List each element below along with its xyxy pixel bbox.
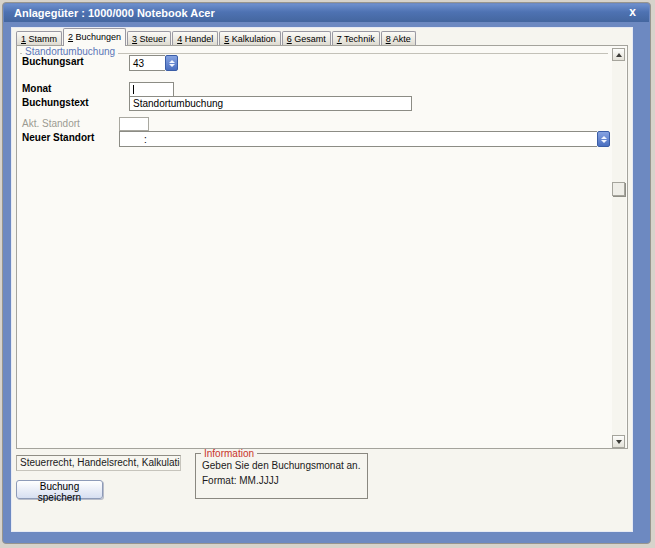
window-title: Anlagegüter : 1000/000 Notebook Acer xyxy=(14,7,215,19)
neuer-standort-spinner-icon[interactable] xyxy=(597,131,610,147)
buchungsart-spinner-icon[interactable] xyxy=(165,55,178,71)
monat-input[interactable] xyxy=(129,82,174,97)
neuer-standort-label: Neuer Standort xyxy=(22,132,94,143)
tab-steuer[interactable]: 3 Steuer xyxy=(127,31,171,46)
spin-down-icon xyxy=(601,140,607,143)
akt-standort-input[interactable] xyxy=(119,117,149,131)
tab-bar: 1 Stamm 2 Buchungen 3 Steuer 4 Handel 5 … xyxy=(16,30,417,46)
information-line2: Format: MM.JJJJ xyxy=(202,475,279,486)
scroll-up-button[interactable] xyxy=(612,48,625,61)
arrow-up-icon xyxy=(616,53,622,57)
spin-up-icon xyxy=(169,60,175,63)
arrow-down-icon xyxy=(616,440,622,444)
scrollbar-track[interactable] xyxy=(612,48,626,448)
spin-down-icon xyxy=(169,64,175,67)
tab-stamm[interactable]: 1 Stamm xyxy=(16,31,62,46)
buchungstext-input[interactable] xyxy=(129,96,412,111)
tab-handel[interactable]: 4 Handel xyxy=(172,31,218,46)
buchungstext-label: Buchungstext xyxy=(22,97,89,108)
tab-akte[interactable]: 8 Akte xyxy=(381,31,416,46)
information-line1: Geben Sie den Buchungsmonat an. xyxy=(202,460,360,471)
buchungsart-combo[interactable]: 43 xyxy=(129,55,178,71)
scroll-down-button[interactable] xyxy=(612,435,625,448)
information-title: Information xyxy=(201,448,257,459)
app-window: Anlagegüter : 1000/000 Notebook Acer x 1… xyxy=(2,2,651,544)
dialog-body: 1 Stamm 2 Buchungen 3 Steuer 4 Handel 5 … xyxy=(11,27,633,532)
monat-label: Monat xyxy=(22,83,51,94)
save-booking-button[interactable]: Buchung speichern xyxy=(16,480,103,499)
buchungsart-value[interactable]: 43 xyxy=(129,55,165,71)
information-groupbox: Information Geben Sie den Buchungsmonat … xyxy=(195,453,368,499)
spin-up-icon xyxy=(601,136,607,139)
tab-gesamt[interactable]: 6 Gesamt xyxy=(282,31,331,46)
neuer-standort-value[interactable]: : xyxy=(119,131,597,147)
tab-technik[interactable]: 7 Technik xyxy=(332,31,380,46)
tab-panel-buchungen: Standortumbuchung Buchungsart 43 Monat B… xyxy=(16,45,628,449)
akt-standort-label: Akt. Standort xyxy=(22,118,80,129)
text-caret xyxy=(133,85,134,94)
rights-readout: Steuerrecht, Handelsrecht, Kalkulation xyxy=(16,455,181,471)
groupbox-title: Standortumbuchung xyxy=(22,46,118,57)
neuer-standort-combo[interactable]: : xyxy=(119,131,610,147)
screen: Anlagegüter : 1000/000 Notebook Acer x 1… xyxy=(0,0,655,548)
scrollbar-thumb[interactable] xyxy=(612,182,625,196)
tab-buchungen[interactable]: 2 Buchungen xyxy=(63,28,126,46)
tab-kalkulation[interactable]: 5 Kalkulation xyxy=(219,31,281,46)
close-icon[interactable]: x xyxy=(629,4,636,21)
buchungsart-label: Buchungsart xyxy=(22,56,84,67)
titlebar[interactable]: Anlagegüter : 1000/000 Notebook Acer x xyxy=(4,4,649,22)
